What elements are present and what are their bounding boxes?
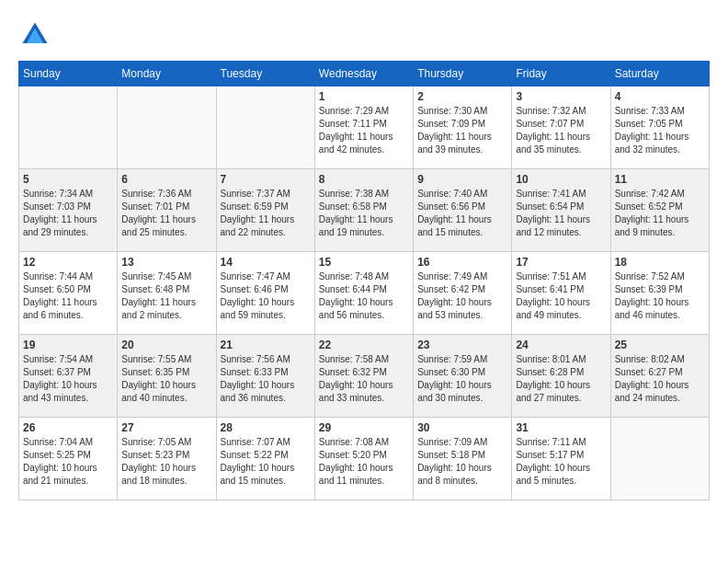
day-info: Sunrise: 8:01 AM Sunset: 6:28 PM Dayligh…: [516, 353, 606, 405]
day-number: 25: [615, 339, 705, 351]
calendar-cell: 19Sunrise: 7:54 AM Sunset: 6:37 PM Dayli…: [19, 335, 118, 418]
day-info: Sunrise: 7:54 AM Sunset: 6:37 PM Dayligh…: [23, 353, 113, 405]
calendar-header-row: SundayMondayTuesdayWednesdayThursdayFrid…: [19, 62, 710, 86]
day-number: 31: [516, 421, 606, 434]
day-of-week-header: Tuesday: [216, 62, 314, 86]
logo-icon: [18, 18, 51, 52]
day-info: Sunrise: 7:04 AM Sunset: 5:25 PM Dayligh…: [23, 436, 113, 488]
calendar-cell: 12Sunrise: 7:44 AM Sunset: 6:50 PM Dayli…: [19, 252, 118, 335]
calendar-cell: 29Sunrise: 7:08 AM Sunset: 5:20 PM Dayli…: [314, 418, 413, 500]
calendar-cell: [216, 86, 314, 169]
day-info: Sunrise: 7:29 AM Sunset: 7:11 PM Dayligh…: [319, 105, 409, 156]
day-info: Sunrise: 7:37 AM Sunset: 6:59 PM Dayligh…: [221, 188, 311, 239]
day-number: 7: [221, 173, 311, 186]
day-info: Sunrise: 7:11 AM Sunset: 5:17 PM Dayligh…: [516, 436, 606, 488]
day-number: 27: [121, 421, 211, 434]
day-of-week-header: Thursday: [414, 62, 512, 86]
calendar-week-row: 19Sunrise: 7:54 AM Sunset: 6:37 PM Dayli…: [19, 335, 710, 418]
day-info: Sunrise: 7:38 AM Sunset: 6:58 PM Dayligh…: [319, 188, 409, 239]
day-number: 22: [319, 339, 409, 351]
day-number: 9: [417, 173, 507, 186]
day-info: Sunrise: 7:45 AM Sunset: 6:48 PM Dayligh…: [121, 270, 211, 322]
calendar-cell: 14Sunrise: 7:47 AM Sunset: 6:46 PM Dayli…: [216, 252, 314, 335]
day-number: 20: [121, 339, 211, 351]
calendar-cell: 15Sunrise: 7:48 AM Sunset: 6:44 PM Dayli…: [314, 252, 413, 335]
day-of-week-header: Friday: [512, 62, 610, 86]
calendar-cell: 8Sunrise: 7:38 AM Sunset: 6:58 PM Daylig…: [314, 169, 413, 252]
day-number: 15: [319, 256, 409, 269]
calendar-cell: 17Sunrise: 7:51 AM Sunset: 6:41 PM Dayli…: [512, 252, 610, 335]
day-number: 8: [319, 173, 409, 186]
calendar-cell: 1Sunrise: 7:29 AM Sunset: 7:11 PM Daylig…: [314, 86, 413, 169]
day-number: 23: [417, 339, 507, 351]
day-info: Sunrise: 7:58 AM Sunset: 6:32 PM Dayligh…: [319, 353, 409, 405]
calendar-cell: 11Sunrise: 7:42 AM Sunset: 6:52 PM Dayli…: [610, 169, 709, 252]
calendar-cell: [118, 86, 216, 169]
day-of-week-header: Saturday: [610, 62, 709, 86]
day-number: 24: [516, 339, 606, 351]
day-number: 26: [23, 421, 113, 434]
day-number: 2: [417, 90, 507, 103]
day-number: 14: [221, 256, 311, 269]
day-of-week-header: Wednesday: [314, 62, 413, 86]
day-info: Sunrise: 7:55 AM Sunset: 6:35 PM Dayligh…: [121, 353, 211, 405]
calendar-cell: 13Sunrise: 7:45 AM Sunset: 6:48 PM Dayli…: [118, 252, 216, 335]
day-of-week-header: Sunday: [19, 62, 118, 86]
day-info: Sunrise: 7:48 AM Sunset: 6:44 PM Dayligh…: [319, 270, 409, 322]
calendar-cell: 27Sunrise: 7:05 AM Sunset: 5:23 PM Dayli…: [118, 418, 216, 500]
calendar-cell: 10Sunrise: 7:41 AM Sunset: 6:54 PM Dayli…: [512, 169, 610, 252]
calendar-cell: 30Sunrise: 7:09 AM Sunset: 5:18 PM Dayli…: [414, 418, 512, 500]
day-info: Sunrise: 7:08 AM Sunset: 5:20 PM Dayligh…: [319, 436, 409, 488]
day-info: Sunrise: 7:49 AM Sunset: 6:42 PM Dayligh…: [417, 270, 507, 322]
day-info: Sunrise: 7:47 AM Sunset: 6:46 PM Dayligh…: [221, 270, 311, 322]
day-info: Sunrise: 7:41 AM Sunset: 6:54 PM Dayligh…: [516, 188, 606, 239]
day-number: 6: [121, 173, 211, 186]
calendar-cell: 31Sunrise: 7:11 AM Sunset: 5:17 PM Dayli…: [512, 418, 610, 500]
calendar-cell: 6Sunrise: 7:36 AM Sunset: 7:01 PM Daylig…: [118, 169, 216, 252]
day-info: Sunrise: 7:59 AM Sunset: 6:30 PM Dayligh…: [417, 353, 507, 405]
day-info: Sunrise: 7:30 AM Sunset: 7:09 PM Dayligh…: [417, 105, 507, 156]
day-number: 3: [516, 90, 606, 103]
day-number: 1: [319, 90, 409, 103]
calendar-cell: 7Sunrise: 7:37 AM Sunset: 6:59 PM Daylig…: [216, 169, 314, 252]
day-info: Sunrise: 7:42 AM Sunset: 6:52 PM Dayligh…: [615, 188, 705, 239]
calendar-cell: [610, 418, 709, 500]
day-number: 12: [23, 256, 113, 269]
day-number: 11: [615, 173, 705, 186]
day-number: 10: [516, 173, 606, 186]
day-info: Sunrise: 7:34 AM Sunset: 7:03 PM Dayligh…: [23, 188, 113, 239]
day-number: 29: [319, 421, 409, 434]
day-info: Sunrise: 7:36 AM Sunset: 7:01 PM Dayligh…: [121, 188, 211, 239]
page-header: [18, 18, 710, 52]
calendar-cell: 28Sunrise: 7:07 AM Sunset: 5:22 PM Dayli…: [216, 418, 314, 500]
calendar-cell: 24Sunrise: 8:01 AM Sunset: 6:28 PM Dayli…: [512, 335, 610, 418]
calendar-cell: 22Sunrise: 7:58 AM Sunset: 6:32 PM Dayli…: [314, 335, 413, 418]
calendar-cell: 20Sunrise: 7:55 AM Sunset: 6:35 PM Dayli…: [118, 335, 216, 418]
logo: [18, 18, 55, 52]
day-number: 16: [417, 256, 507, 269]
calendar-week-row: 26Sunrise: 7:04 AM Sunset: 5:25 PM Dayli…: [19, 418, 710, 500]
calendar-cell: 26Sunrise: 7:04 AM Sunset: 5:25 PM Dayli…: [19, 418, 118, 500]
calendar-cell: 23Sunrise: 7:59 AM Sunset: 6:30 PM Dayli…: [414, 335, 512, 418]
day-info: Sunrise: 7:44 AM Sunset: 6:50 PM Dayligh…: [23, 270, 113, 322]
calendar-cell: 3Sunrise: 7:32 AM Sunset: 7:07 PM Daylig…: [512, 86, 610, 169]
day-number: 17: [516, 256, 606, 269]
calendar-cell: 2Sunrise: 7:30 AM Sunset: 7:09 PM Daylig…: [414, 86, 512, 169]
day-info: Sunrise: 7:33 AM Sunset: 7:05 PM Dayligh…: [615, 105, 705, 156]
day-info: Sunrise: 7:56 AM Sunset: 6:33 PM Dayligh…: [221, 353, 311, 405]
calendar-week-row: 5Sunrise: 7:34 AM Sunset: 7:03 PM Daylig…: [19, 169, 710, 252]
day-number: 13: [121, 256, 211, 269]
calendar: SundayMondayTuesdayWednesdayThursdayFrid…: [18, 61, 710, 500]
day-info: Sunrise: 7:52 AM Sunset: 6:39 PM Dayligh…: [615, 270, 705, 322]
day-info: Sunrise: 8:02 AM Sunset: 6:27 PM Dayligh…: [615, 353, 705, 405]
day-number: 21: [221, 339, 311, 351]
day-number: 19: [23, 339, 113, 351]
calendar-week-row: 12Sunrise: 7:44 AM Sunset: 6:50 PM Dayli…: [19, 252, 710, 335]
day-info: Sunrise: 7:32 AM Sunset: 7:07 PM Dayligh…: [516, 105, 606, 156]
calendar-cell: 9Sunrise: 7:40 AM Sunset: 6:56 PM Daylig…: [414, 169, 512, 252]
day-info: Sunrise: 7:51 AM Sunset: 6:41 PM Dayligh…: [516, 270, 606, 322]
day-number: 4: [615, 90, 705, 103]
calendar-cell: 16Sunrise: 7:49 AM Sunset: 6:42 PM Dayli…: [414, 252, 512, 335]
day-info: Sunrise: 7:07 AM Sunset: 5:22 PM Dayligh…: [221, 436, 311, 488]
day-info: Sunrise: 7:05 AM Sunset: 5:23 PM Dayligh…: [121, 436, 211, 488]
